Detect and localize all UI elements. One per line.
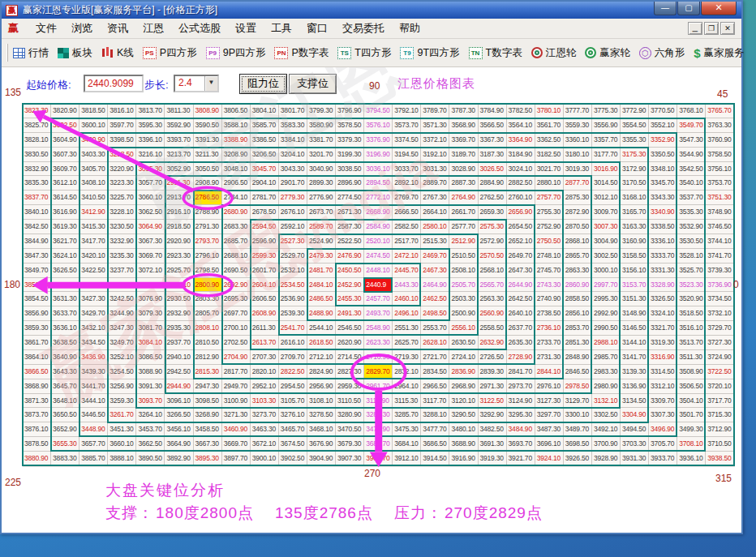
mdi-minimize-button[interactable]: ＿ (688, 22, 702, 35)
price-cell: 2599.30 (251, 249, 279, 264)
price-cell: 3372.10 (421, 133, 449, 148)
price-cell: 3417.70 (79, 234, 108, 249)
price-cell: 2728.90 (507, 350, 535, 365)
price-cell: 2462.50 (421, 292, 449, 306)
toolbar-item-p-number-table[interactable]: PNP数字表 (274, 46, 329, 60)
price-cell: 2450.50 (336, 264, 364, 278)
price-cell: 2976.10 (535, 379, 564, 394)
support-button[interactable]: 支撑位 (289, 74, 337, 94)
toolbar-item-label: 板块 (72, 46, 92, 60)
mdi-restore-button[interactable]: ❐ (704, 22, 719, 35)
price-cell: 3427.30 (79, 292, 108, 306)
price-cell: 3902.50 (279, 452, 307, 466)
menu-item-9[interactable]: 帮助 (392, 19, 427, 37)
price-cell: 3508.90 (677, 365, 706, 379)
title-bar[interactable]: 赢 赢家江恩专业版[赢家服务平台] - [价格正方形] — ▢ ✕ (2, 2, 741, 19)
price-cell: 2800.90 (194, 278, 222, 293)
menu-item-6[interactable]: 工具 (264, 19, 299, 37)
price-cell: 3568.90 (449, 118, 478, 133)
price-cell: 3547.30 (677, 133, 706, 148)
toolbar-item-t-square[interactable]: TST四方形 (337, 46, 391, 60)
toolbar-grip[interactable] (6, 44, 8, 62)
price-cell: 2486.50 (307, 292, 336, 306)
price-cell: 2820.10 (251, 365, 279, 379)
price-cell: 3086.50 (136, 350, 165, 365)
menu-item-3[interactable]: 江恩 (135, 19, 171, 37)
price-cell: 3084.10 (136, 336, 165, 350)
price-cell: 3036.10 (364, 162, 393, 177)
toolbar-item-gann-wheel[interactable]: 江恩轮 (531, 46, 577, 60)
step-combobox[interactable]: 2.4 ▼ (174, 75, 219, 92)
price-cell: 3698.50 (564, 437, 592, 452)
toolbar-item-quotes[interactable]: 行情 (13, 46, 49, 60)
quotes-icon (13, 48, 25, 58)
price-cell: 3393.70 (165, 133, 193, 148)
price-cell: 3868.90 (23, 379, 51, 394)
toolbar-item-p-square[interactable]: PSP四方形 (143, 46, 197, 60)
price-cell: 3465.70 (279, 422, 307, 437)
toolbar-item-label: 六角形 (655, 46, 685, 60)
toolbar-item-hexagon[interactable]: ⬡六角形 (639, 46, 685, 60)
price-cell: 3069.70 (136, 249, 165, 264)
start-price-input[interactable] (84, 75, 144, 92)
price-cell: 3688.90 (449, 437, 478, 452)
price-cell: 2563.30 (479, 292, 507, 306)
price-cell: 2863.30 (564, 264, 592, 278)
price-cell: 3828.10 (23, 133, 51, 148)
price-cell: 2983.30 (592, 365, 621, 379)
toolbar-item-kline[interactable]: K线 (101, 46, 134, 60)
price-cell: 3816.10 (108, 104, 136, 118)
price-cell: 3573.70 (393, 118, 421, 133)
price-cell: 3612.10 (51, 176, 79, 191)
menu-item-4[interactable]: 公式选股 (171, 19, 228, 37)
price-cell: 3422.50 (79, 264, 108, 278)
price-cell: 3777.70 (564, 104, 592, 118)
toolbar-item-9t-square[interactable]: T99T四方形 (400, 46, 459, 60)
close-button[interactable]: ✕ (701, 2, 737, 15)
menu-item-7[interactable]: 窗口 (299, 19, 335, 37)
price-cell: 3609.70 (51, 162, 79, 177)
angle-label-270: 270 (364, 468, 380, 479)
price-cell: 3540.10 (677, 176, 706, 191)
price-cell: 3434.50 (79, 336, 108, 350)
mdi-close-button[interactable]: ✕ (720, 22, 735, 35)
menu-item-2[interactable]: 资讯 (100, 19, 135, 37)
price-cell: 3400.90 (79, 133, 108, 148)
price-cell: 3350.50 (649, 148, 677, 162)
price-cell: 3163.30 (621, 220, 649, 234)
price-cell: 2796.10 (194, 249, 222, 264)
menu-item-1[interactable]: 浏览 (64, 19, 100, 37)
maximize-button[interactable]: ▢ (677, 2, 700, 15)
price-cell: 3276.10 (279, 408, 307, 422)
minimize-button[interactable]: — (654, 2, 677, 15)
price-cell: 3492.10 (592, 422, 621, 437)
toolbar-item-t-number-table[interactable]: TNT数字表 (469, 46, 522, 60)
price-cell: 2988.10 (592, 336, 621, 350)
price-cell: 3818.50 (79, 104, 108, 118)
price-cell: 3264.10 (136, 408, 165, 422)
price-cell: 3076.90 (136, 292, 165, 306)
toolbar-item-9p-square[interactable]: P99P四方形 (206, 46, 266, 60)
price-cell: 2553.70 (421, 321, 449, 336)
price-cell: 3196.90 (364, 148, 393, 162)
menu-item-8[interactable]: 交易委托 (335, 19, 392, 37)
price-cell: 3456.10 (165, 422, 193, 437)
price-cell: 3744.10 (706, 234, 734, 249)
menu-item-5[interactable]: 设置 (228, 19, 264, 37)
price-cell: 2712.10 (307, 350, 336, 365)
toolbar-item-winner-wheel[interactable]: 赢家轮 (585, 46, 630, 60)
toolbar-item-winner-service[interactable]: $赢家服务 (694, 46, 744, 60)
toolbar-item-sectors[interactable]: 板块 (58, 46, 92, 60)
price-cell: 3936.10 (677, 452, 706, 466)
price-cell: 2536.90 (279, 292, 307, 306)
combo-dropdown-icon[interactable]: ▼ (204, 76, 217, 91)
resistance-button[interactable]: 阻力位 (239, 74, 287, 94)
price-cell: 3446.50 (79, 408, 108, 422)
menu-item-0[interactable]: 文件 (28, 19, 64, 37)
price-cell: 3715.30 (706, 408, 734, 422)
price-cell: 3300.10 (564, 408, 592, 422)
price-cell: 2822.50 (279, 365, 307, 379)
price-cell: 2548.90 (364, 321, 393, 336)
price-cell: 2500.90 (449, 306, 478, 321)
price-cell: 3252.10 (108, 350, 136, 365)
